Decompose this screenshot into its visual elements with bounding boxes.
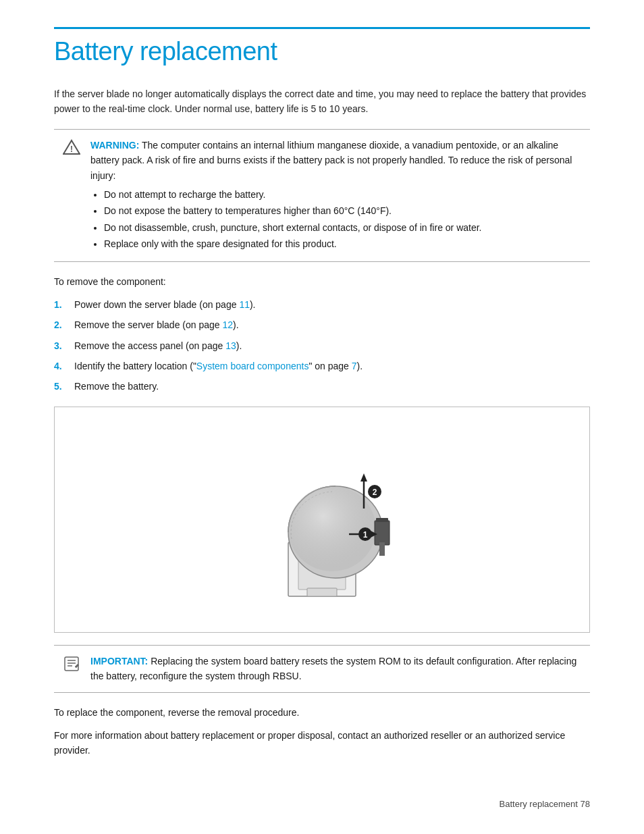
footer-text-1: To replace the component, reverse the re… bbox=[54, 705, 590, 720]
step-2-text: Remove the server blade (on page 12). bbox=[74, 317, 239, 332]
footer-page-number: 78 bbox=[581, 799, 590, 809]
warning-text: The computer contains an internal lithiu… bbox=[90, 140, 572, 181]
step-3-link[interactable]: 13 bbox=[225, 340, 236, 351]
svg-rect-9 bbox=[379, 542, 385, 556]
svg-rect-4 bbox=[307, 588, 337, 596]
step-num-2: 2. bbox=[54, 317, 68, 332]
svg-rect-7 bbox=[375, 521, 390, 545]
step-4-text: Identify the battery location ("System b… bbox=[74, 359, 363, 373]
important-text: Replacing the system board battery reset… bbox=[90, 656, 576, 681]
battery-diagram: 1 2 bbox=[214, 421, 430, 619]
important-icon bbox=[62, 655, 81, 677]
step-3: 3. Remove the access panel (on page 13). bbox=[54, 338, 590, 353]
step-4-link[interactable]: System board components bbox=[196, 361, 309, 371]
step-num-3: 3. bbox=[54, 338, 68, 353]
intro-text: If the server blade no longer automatica… bbox=[54, 86, 590, 117]
svg-marker-15 bbox=[360, 473, 367, 481]
warning-icon: ! bbox=[62, 139, 81, 159]
step-5-text: Remove the battery. bbox=[74, 379, 159, 394]
step-num-1: 1. bbox=[54, 297, 68, 312]
svg-text:1: 1 bbox=[363, 530, 368, 540]
warning-content: WARNING: The computer contains an intern… bbox=[90, 138, 579, 253]
important-box: IMPORTANT: Replacing the system board ba… bbox=[54, 645, 590, 693]
svg-text:!: ! bbox=[70, 145, 73, 154]
warning-list-item: Replace only with the spare designated f… bbox=[104, 236, 579, 251]
important-label: IMPORTANT: bbox=[90, 656, 148, 667]
step-num-5: 5. bbox=[54, 379, 68, 394]
step-2-link[interactable]: 12 bbox=[222, 319, 233, 330]
step-num-4: 4. bbox=[54, 359, 68, 373]
step-1-link[interactable]: 11 bbox=[239, 299, 250, 310]
footer-text-2: For more information about battery repla… bbox=[54, 728, 590, 758]
warning-list: Do not attempt to recharge the battery. … bbox=[104, 187, 579, 252]
step-4-link-page[interactable]: 7 bbox=[352, 361, 357, 371]
important-content: IMPORTANT: Replacing the system board ba… bbox=[90, 654, 579, 684]
step-1: 1. Power down the server blade (on page … bbox=[54, 297, 590, 312]
footer-page-title: Battery replacement bbox=[500, 799, 578, 809]
svg-text:2: 2 bbox=[373, 488, 377, 497]
step-3-text: Remove the access panel (on page 13). bbox=[74, 338, 242, 353]
step-4: 4. Identify the battery location ("Syste… bbox=[54, 359, 590, 373]
step-5: 5. Remove the battery. bbox=[54, 379, 590, 394]
warning-list-item: Do not expose the battery to temperature… bbox=[104, 203, 579, 218]
warning-list-item: Do not disassemble, crush, puncture, sho… bbox=[104, 220, 579, 235]
svg-rect-8 bbox=[376, 518, 388, 522]
warning-list-item: Do not attempt to recharge the battery. bbox=[104, 187, 579, 202]
remove-label: To remove the component: bbox=[54, 274, 590, 289]
svg-rect-18 bbox=[65, 657, 78, 671]
page-footer: Battery replacement 78 bbox=[54, 799, 590, 809]
battery-diagram-box: 1 2 bbox=[54, 407, 590, 633]
warning-box: ! WARNING: The computer contains an inte… bbox=[54, 129, 590, 262]
step-2: 2. Remove the server blade (on page 12). bbox=[54, 317, 590, 332]
steps-list: 1. Power down the server blade (on page … bbox=[54, 297, 590, 394]
warning-label: WARNING: bbox=[90, 140, 139, 151]
page-title: Battery replacement bbox=[54, 27, 590, 66]
step-1-text: Power down the server blade (on page 11)… bbox=[74, 297, 256, 312]
